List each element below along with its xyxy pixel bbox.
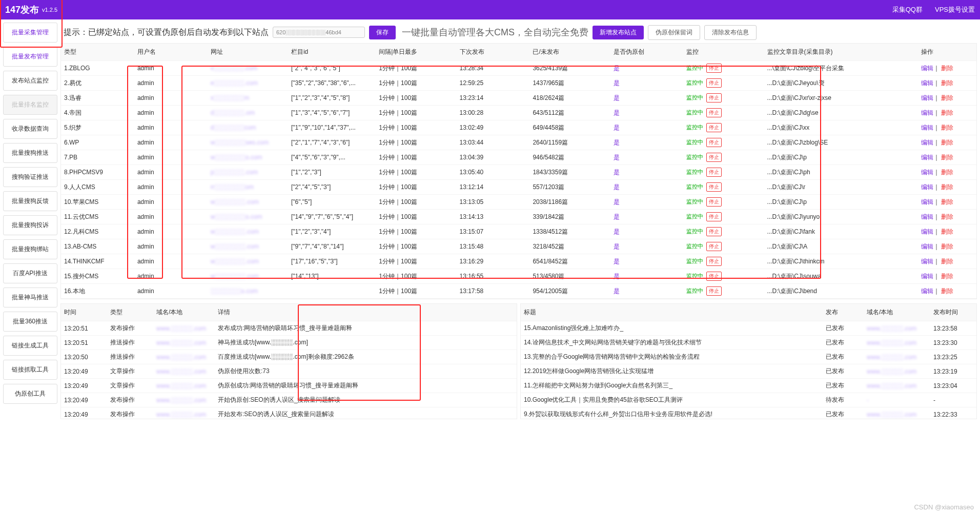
clear-info-button[interactable]: 清除发布信息 (704, 25, 757, 40)
stop-button[interactable]: 停止 (706, 168, 722, 177)
add-site-button[interactable]: 新增发布站点 (593, 26, 644, 39)
stop-button[interactable]: 停止 (706, 242, 722, 251)
sidebar: 批量采集管理批量发布管理发布站点监控批量排名监控收录数据查询批量搜狗推送搜狗验证… (0, 19, 60, 419)
stop-button[interactable]: 停止 (706, 153, 722, 162)
delete-link[interactable]: 删除 (941, 213, 953, 220)
sidebar-item-8[interactable]: 批量搜狗投诉 (3, 215, 57, 235)
app-logo: 147发布 (5, 4, 39, 16)
stop-button[interactable]: 停止 (706, 182, 722, 192)
sidebar-item-13[interactable]: 链接生成工具 (3, 336, 57, 356)
edit-link[interactable]: 编辑 (921, 258, 933, 265)
stop-button[interactable]: 停止 (706, 93, 722, 102)
list-item: 13:20:51推送操作www.░░░░░.com神马推送成功[www.░░░░… (61, 336, 517, 350)
stop-button[interactable]: 停止 (706, 257, 722, 266)
sidebar-item-12[interactable]: 批量360推送 (3, 312, 57, 332)
edit-link[interactable]: 编辑 (921, 109, 933, 116)
delete-link[interactable]: 删除 (941, 243, 953, 250)
list-item: 13:20:50推送操作www.░░░░░.com百度推送成功[www.░░░░… (61, 350, 517, 364)
table-row: 9.人人CMSadminrr░░░░░░░om["2","4","5","3"]… (61, 180, 976, 195)
sidebar-item-3[interactable]: 批量排名监控 (3, 95, 57, 115)
stop-button[interactable]: 停止 (706, 212, 722, 221)
stop-button[interactable]: 停止 (706, 123, 722, 132)
stop-button[interactable]: 停止 (706, 108, 722, 117)
list-item: 13:20:49发布操作www.░░░░░.com开始伪原创:SEO的诱人误区_… (61, 393, 517, 407)
topbar: 147发布 v1.2.5 采集QQ群 VPS拨号设置 (0, 0, 980, 19)
edit-link[interactable]: 编辑 (921, 154, 933, 161)
edit-link[interactable]: 编辑 (921, 213, 933, 220)
sidebar-item-10[interactable]: 百度API推送 (3, 263, 57, 283)
stop-button[interactable]: 停止 (706, 227, 722, 236)
sidebar-item-4[interactable]: 收录数据查询 (3, 119, 57, 139)
edit-link[interactable]: 编辑 (921, 79, 933, 87)
sidebar-item-11[interactable]: 批量神马推送 (3, 287, 57, 307)
list-item: 11.怎样能把中文网站努力做到Google大自然名列第三_已发布www.░░░░… (521, 379, 976, 393)
token-input[interactable] (273, 27, 365, 38)
stop-button[interactable]: 停止 (706, 64, 722, 73)
delete-link[interactable]: 删除 (941, 79, 953, 87)
table-row: 14.THINKCMFadminw░░░░░░░.com["17","16","… (61, 254, 976, 269)
delete-link[interactable]: 删除 (941, 198, 953, 205)
edit-link[interactable]: 编辑 (921, 198, 933, 205)
table-row: 12.凡科CMSadminw░░░░░░░.com["1","2","3","4… (61, 224, 976, 239)
sidebar-item-2[interactable]: 发布站点监控 (3, 71, 57, 91)
delete-link[interactable]: 删除 (941, 258, 953, 265)
table-row: 13.AB-CMSadminw░░░░░░░.com["9","7","4","… (61, 239, 976, 254)
delete-link[interactable]: 删除 (941, 139, 953, 146)
delete-link[interactable]: 删除 (941, 65, 953, 72)
delete-link[interactable]: 删除 (941, 94, 953, 101)
delete-link[interactable]: 删除 (941, 109, 953, 116)
sidebar-item-15[interactable]: 伪原创工具 (3, 384, 57, 404)
sidebar-item-14[interactable]: 链接抓取工具 (3, 360, 57, 380)
save-button[interactable]: 保存 (369, 26, 396, 39)
edit-link[interactable]: 编辑 (921, 228, 933, 235)
col-header: 下次发布 (457, 44, 530, 61)
table-row: 6.WPadminw░░░░░░░seo.com["2","1","7","4"… (61, 135, 976, 150)
sidebar-item-5[interactable]: 批量搜狗推送 (3, 143, 57, 163)
col-header: 间隔|单日最多 (376, 44, 456, 61)
table-row: 16.本地admin░░░░░░░o.com1分钟｜100篇13:17:5895… (61, 284, 976, 299)
edit-link[interactable]: 编辑 (921, 243, 933, 250)
delete-link[interactable]: 删除 (941, 124, 953, 131)
sidebar-item-9[interactable]: 批量搜狗绑站 (3, 239, 57, 259)
edit-link[interactable]: 编辑 (921, 169, 933, 176)
sidebar-item-7[interactable]: 批量搜狗反馈 (3, 191, 57, 211)
stop-button[interactable]: 停止 (706, 197, 722, 207)
table-row: 1.ZBLOGadminv░░░░░░░.com["2","4","3","6"… (61, 61, 976, 76)
edit-link[interactable]: 编辑 (921, 94, 933, 101)
col-header: 监控 (683, 44, 764, 61)
stop-button[interactable]: 停止 (706, 78, 722, 88)
edit-link[interactable]: 编辑 (921, 65, 933, 72)
sidebar-item-1[interactable]: 批量发布管理 (3, 47, 57, 67)
delete-link[interactable]: 删除 (941, 273, 953, 280)
table-row: 4.帝国admind░░░░░░░.om["1","3","4","5","6"… (61, 106, 976, 120)
stop-button[interactable]: 停止 (706, 286, 722, 296)
col-header: 栏目id (288, 44, 376, 61)
app-version: v1.2.5 (42, 7, 57, 13)
sidebar-item-6[interactable]: 搜狗验证推送 (3, 167, 57, 187)
delete-link[interactable]: 删除 (941, 287, 953, 295)
edit-link[interactable]: 编辑 (921, 124, 933, 131)
delete-link[interactable]: 删除 (941, 154, 953, 161)
delete-link[interactable]: 删除 (941, 228, 953, 235)
link-vps-dial[interactable]: VPS拨号设置 (935, 5, 975, 14)
edit-link[interactable]: 编辑 (921, 273, 933, 280)
delete-link[interactable]: 删除 (941, 169, 953, 176)
keep-word-button[interactable]: 伪原创保留词 (648, 25, 700, 40)
stop-button[interactable]: 停止 (706, 272, 722, 281)
list-item: 13.完整的合乎Google网络营销网络营销中文网站的检验业务流程已发布www.… (521, 350, 976, 364)
col-header: 已/未发布 (529, 44, 610, 61)
delete-link[interactable]: 删除 (941, 183, 953, 191)
edit-link[interactable]: 编辑 (921, 183, 933, 191)
link-qq-group[interactable]: 采集QQ群 (892, 5, 923, 14)
edit-link[interactable]: 编辑 (921, 287, 933, 295)
slogan: 一键批量自动管理各大CMS，全自动完全免费 (402, 26, 588, 38)
log-right: 标题发布域名/本地发布时间 15.Amazonlisting强化难上加难咋办_已… (520, 303, 977, 419)
edit-link[interactable]: 编辑 (921, 139, 933, 146)
tip-text: 提示：已绑定站点，可设置伪原创后自动发布到以下站点 (64, 27, 269, 38)
sidebar-item-0[interactable]: 批量采集管理 (3, 23, 57, 43)
list-item: 13:20:49发布操作www.░░░░░.com开始发布:SEO的诱人误区_搜… (61, 407, 517, 419)
site-table: 类型用户名网址栏目id间隔|单日最多下次发布已/未发布是否伪原创监控监控文章目录… (60, 43, 977, 299)
tipbar: 提示：已绑定站点，可设置伪原创后自动发布到以下站点 /* value set b… (60, 22, 977, 43)
stop-button[interactable]: 停止 (706, 138, 722, 147)
list-item: 13:20:49文章操作www.░░░░░.com伪原创成功:网络营销的吸睛坏习… (61, 379, 517, 393)
